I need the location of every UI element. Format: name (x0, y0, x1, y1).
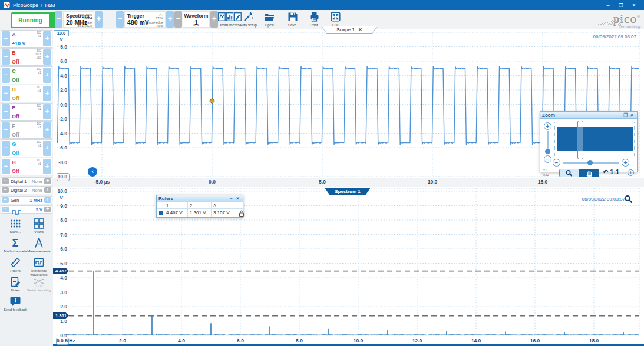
zoom-horizontal-slider-thumb[interactable] (587, 160, 593, 165)
channel-B-decrease-button[interactable]: − (2, 49, 10, 65)
zoom-vertical-in-button[interactable]: + (544, 122, 551, 130)
minimize-button[interactable]: – (602, 2, 615, 8)
zoom-panel-titlebar[interactable]: Zoom − ❐ ✕ (540, 112, 637, 119)
channel-H-increase-button[interactable]: + (43, 159, 51, 174)
digital-1-panel[interactable]: −Digital 1None+ (1, 177, 52, 185)
rulers-panel-titlebar[interactable]: Rulers − ✕ (157, 195, 243, 202)
ruler-lock-icon[interactable] (236, 209, 244, 217)
scope-time-axis[interactable]: -5.0 µs0.05.010.015.0 (53, 178, 644, 187)
rulers-minimize-icon[interactable]: − (228, 196, 235, 201)
channel-H-decrease-button[interactable]: − (2, 159, 10, 174)
spectrum-frequency-axis[interactable]: 0.0 MHz2.04.06.08.010.012.014.016.018.0 (53, 337, 644, 344)
channel-D-increase-button[interactable]: + (43, 86, 51, 101)
svg-text:5.0: 5.0 (60, 261, 67, 267)
print-button[interactable]: Print (304, 12, 324, 27)
channel-C-increase-button[interactable]: + (43, 68, 51, 83)
close-button[interactable]: ✕ (628, 2, 640, 8)
channel-F-value: Off (12, 132, 19, 138)
digital-2-panel[interactable]: −Digital 2None+ (1, 186, 52, 194)
trigger-increase-button[interactable]: + (166, 11, 174, 28)
sidebar-tool-rulers[interactable]: Rulers (2, 257, 28, 273)
save-button[interactable]: Save (282, 12, 302, 27)
digital-1-increase-button[interactable]: + (44, 178, 51, 184)
channel-F-decrease-button[interactable]: − (2, 122, 10, 138)
channel-B-increase-button[interactable]: + (43, 49, 51, 65)
sidebar-tool-math-channels[interactable]: ΣMath channels (2, 237, 28, 254)
spectrum-decrease-button[interactable]: − (55, 11, 62, 28)
spectrum-increase-button[interactable]: + (95, 11, 103, 28)
channel-panel-h[interactable]: −HDCx1Off+ (1, 158, 52, 175)
running-button[interactable]: Running (11, 12, 61, 28)
trigger-settings-panel[interactable]: Trigger 480 mV A ∫27 % Simple edgeAuto (124, 11, 166, 28)
generator-amplitude-decrease-button[interactable]: − (2, 207, 9, 212)
spectrum-settings-panel[interactable]: Spectrum 20 MHz No. bins16384 Sample rat… (63, 11, 94, 28)
spectrum-plot-area[interactable]: 10.09.08.07.06.05.04.03.02.01.00.0V (53, 187, 644, 337)
chevron-left-button[interactable]: ‹ (88, 167, 97, 177)
zoom-pan-tool-button[interactable] (579, 169, 599, 177)
trigger-decrease-button[interactable]: − (116, 11, 124, 28)
zoom-horizontal-in-button[interactable]: + (622, 159, 629, 167)
zoom-magnify-tool-button[interactable] (559, 169, 579, 177)
generator-amplitude-panel[interactable]: −5 V+ (1, 205, 52, 214)
zoom-maximize-icon[interactable]: ❐ (622, 112, 629, 118)
channel-panel-d[interactable]: −DDCx1Off+ (1, 85, 52, 102)
channel-C-decrease-button[interactable]: − (2, 68, 10, 83)
generator-frequency-increase-button[interactable]: + (44, 197, 51, 203)
digital-2-decrease-button[interactable]: − (2, 187, 9, 193)
ruler-2-tag[interactable]: 1.361 (53, 312, 69, 319)
channel-F-increase-button[interactable]: + (43, 122, 51, 138)
zoom-vertical-out-button[interactable]: − (544, 155, 551, 163)
zoom-window-handle[interactable] (577, 121, 583, 159)
open-button[interactable]: Open (259, 12, 279, 27)
channel-panel-e[interactable]: −EDCx1Off+ (1, 103, 52, 121)
tab-spectrum-1[interactable]: Spectrum 1 (325, 188, 371, 195)
ruler-1-tag[interactable]: 4.467 (53, 268, 69, 274)
auto-setup-button[interactable]: Auto setup (238, 12, 258, 27)
scope-axis-handle[interactable] (57, 173, 70, 181)
scope-x-tick-4: 15.0 (522, 179, 563, 185)
digital-1-decrease-button[interactable]: − (2, 178, 9, 184)
channel-D-decrease-button[interactable]: − (2, 86, 10, 101)
sidebar-tool-measurements[interactable]: Measurements (26, 237, 52, 254)
spectrum-axis-handle[interactable] (56, 338, 69, 345)
full-button[interactable]: Full (325, 12, 345, 27)
tab-scope-close-icon[interactable]: ✕ (358, 27, 362, 32)
sidebar-tool-notes[interactable]: Notes (2, 276, 28, 292)
channel-panel-g[interactable]: −GDCx1Off+ (1, 139, 52, 157)
tab-scope-1[interactable]: Scope 1 ✕ (321, 26, 378, 34)
zoom-reset-button[interactable]: ↶ 1:1 (603, 168, 619, 176)
channel-G-increase-button[interactable]: + (43, 141, 51, 156)
auto-setup-icon (238, 12, 258, 22)
channel-A-decrease-button[interactable]: − (2, 31, 10, 46)
sidebar-tool-more[interactable]: More... (2, 218, 28, 234)
maximize-button[interactable]: ❐ (615, 2, 628, 8)
spectrum-zoom-icon[interactable] (624, 195, 633, 206)
zoom-overview[interactable] (554, 122, 635, 157)
channel-E-increase-button[interactable]: + (43, 104, 51, 119)
channel-panel-a[interactable]: −ADCx1±10 V+ (1, 30, 52, 48)
zoom-vertical-slider-thumb[interactable] (545, 149, 550, 154)
digital-2-value: None (32, 188, 42, 193)
zoom-horizontal-out-button[interactable]: − (553, 159, 560, 167)
svg-text:-6.0: -6.0 (58, 145, 67, 151)
zoom-minimize-icon[interactable]: − (616, 112, 622, 118)
channel-A-increase-button[interactable]: + (43, 31, 51, 46)
rulers-close-icon[interactable]: ✕ (235, 196, 241, 201)
sidebar-tool-reference-waveforms[interactable]: Reference waveforms (26, 257, 52, 277)
channel-E-decrease-button[interactable]: − (2, 104, 10, 119)
sidebar-tool-views[interactable]: Views (26, 218, 52, 234)
channel-panel-b[interactable]: −BDC10:1x10Off+ (1, 48, 52, 66)
channel-panel-f[interactable]: −FDCx1Off+ (1, 121, 52, 139)
scope-axis-tag[interactable]: 10.0 (54, 30, 69, 36)
channel-panel-c[interactable]: −CDCx1Off+ (1, 66, 52, 84)
zoom-close-icon[interactable]: ✕ (629, 112, 635, 118)
waveform-panel[interactable]: Waveform 1 of 1 (183, 11, 210, 28)
zoom-info-icon[interactable]: i (628, 169, 634, 176)
channel-G-decrease-button[interactable]: − (2, 141, 10, 156)
generator-frequency-panel[interactable]: −Gen1 MHz+ (1, 196, 52, 204)
sidebar-tool-send-feedback[interactable]: Send feedback (2, 295, 28, 312)
generator-amplitude-increase-button[interactable]: + (44, 207, 51, 212)
digital-2-increase-button[interactable]: + (44, 187, 51, 193)
waveform-previous-button[interactable]: − (174, 11, 182, 28)
generator-frequency-decrease-button[interactable]: − (2, 197, 9, 203)
